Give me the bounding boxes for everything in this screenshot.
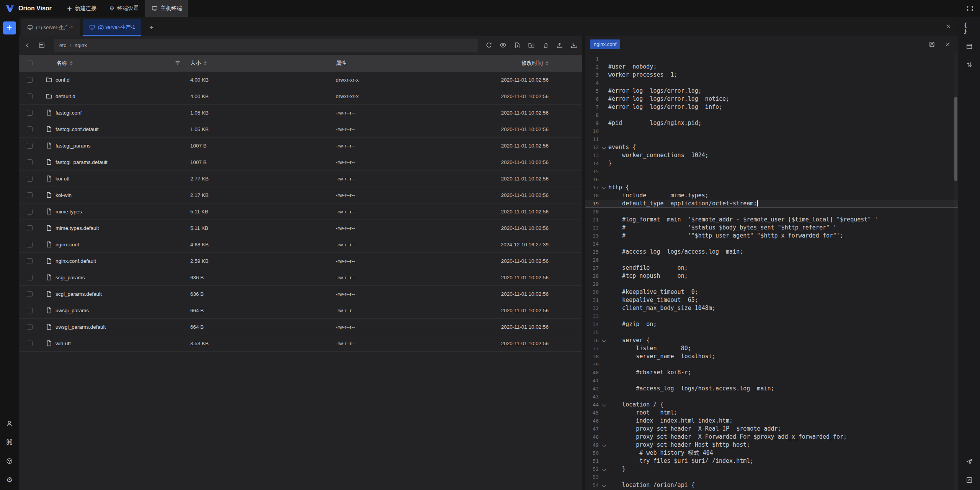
table-row[interactable]: default.d 4.00 KB drwxr-xr-x 2020-11-01 … (19, 88, 582, 105)
code-line[interactable]: 19 default_type application/octet-stream… (585, 200, 958, 208)
fold-chevron-icon[interactable] (601, 481, 608, 489)
export-box-icon[interactable] (964, 475, 975, 485)
file-name[interactable]: uwsgi_params.default (56, 324, 106, 330)
code-line[interactable]: 43 (585, 393, 958, 401)
list-view-icon[interactable] (36, 40, 47, 51)
table-row[interactable]: fastcgi.conf.default 1.05 KB -rw-r--r-- … (19, 121, 582, 138)
row-checkbox[interactable] (27, 126, 33, 132)
code-line[interactable]: 8 (585, 111, 958, 119)
code-line[interactable]: 35 (585, 328, 958, 336)
row-checkbox[interactable] (27, 242, 33, 247)
row-checkbox[interactable] (27, 110, 33, 116)
code-line[interactable]: 31 keepalive_timeout 65; (585, 296, 958, 304)
table-row[interactable]: win-utf 3.53 KB -rw-r--r-- 2020-11-01 10… (19, 335, 582, 352)
row-checkbox[interactable] (27, 341, 33, 346)
code-line[interactable]: 29 (585, 280, 958, 288)
code-line[interactable]: 12events { (585, 143, 958, 151)
back-icon[interactable] (22, 40, 33, 51)
code-line[interactable]: 24 (585, 240, 958, 248)
code-line[interactable]: 39 (585, 361, 958, 369)
table-row[interactable]: koi-utf 2.77 KB -rw-r--r-- 2020-11-01 10… (19, 170, 582, 187)
user-icon[interactable] (4, 418, 15, 429)
file-name[interactable]: scgi_params.default (56, 291, 102, 297)
fold-chevron-icon[interactable] (601, 336, 608, 344)
code-line[interactable]: 44 location / { (585, 401, 958, 409)
file-name[interactable]: win-utf (56, 341, 71, 346)
row-checkbox[interactable] (27, 77, 33, 83)
close-icon[interactable] (943, 21, 954, 32)
code-line[interactable]: 28 #tcp_nopush on; (585, 272, 958, 280)
tab-server-2[interactable]: (2) server-生产-1 (83, 19, 142, 36)
code-line[interactable]: 22 # '$status $body_bytes_sent "$http_re… (585, 224, 958, 232)
code-line[interactable]: 45 root html; (585, 409, 958, 417)
send-command-icon[interactable] (964, 456, 975, 467)
panel-splitter[interactable] (582, 36, 585, 490)
open-file-tag[interactable]: nginx.conf (590, 39, 620, 49)
file-name[interactable]: scgi_params (56, 275, 85, 280)
fold-chevron-icon[interactable] (601, 441, 608, 449)
code-line[interactable]: 3worker_processes 1; (585, 71, 958, 79)
table-row[interactable]: fastcgi_params.default 1007 B -rw-r--r--… (19, 154, 582, 170)
row-checkbox[interactable] (27, 258, 33, 264)
table-row[interactable]: uwsgi_params.default 664 B -rw-r--r-- 20… (19, 319, 582, 335)
code-line[interactable]: 7#error_log logs/error.log info; (585, 103, 958, 111)
delete-trash-icon[interactable] (540, 40, 551, 51)
code-line[interactable]: 53 (585, 473, 958, 481)
table-row[interactable]: uwsgi_params 664 B -rw-r--r-- 2020-11-01… (19, 302, 582, 319)
file-name[interactable]: nginx.conf.default (56, 258, 96, 264)
row-checkbox[interactable] (27, 143, 33, 149)
filter-icon[interactable] (175, 61, 180, 66)
code-line[interactable]: 48 proxy_set_header X-Forwarded-For $pro… (585, 433, 958, 441)
code-line[interactable]: 49 proxy_set_header Host $http_host; (585, 441, 958, 449)
code-line[interactable]: 41 (585, 377, 958, 385)
row-checkbox[interactable] (27, 209, 33, 215)
sftp-window-icon[interactable] (964, 41, 975, 52)
breadcrumb-segment[interactable]: etc (59, 43, 66, 48)
column-header-mtime[interactable]: 修改时间 (496, 60, 582, 67)
code-line[interactable]: 50 # web history 模式 404 (585, 449, 958, 457)
sort-carets-icon[interactable] (70, 61, 73, 66)
table-row[interactable]: fastcgi_params 1007 B -rw-r--r-- 2020-11… (19, 138, 582, 154)
code-line[interactable]: 11 (585, 135, 958, 143)
fullscreen-icon[interactable] (965, 3, 975, 14)
file-name[interactable]: fastcgi_params.default (56, 159, 108, 165)
row-checkbox[interactable] (27, 93, 33, 99)
select-all-checkbox[interactable] (27, 61, 33, 66)
breadcrumb-segment[interactable]: nginx (75, 43, 87, 48)
row-checkbox[interactable] (27, 225, 33, 231)
sort-carets-icon[interactable] (204, 61, 207, 66)
code-line[interactable]: 2#user nobody; (585, 63, 958, 71)
code-line[interactable]: 1 (585, 55, 958, 63)
file-name[interactable]: mime.types (56, 209, 82, 215)
path-breadcrumb[interactable]: etc / nginx (54, 39, 478, 52)
add-tab-icon[interactable]: + (145, 19, 158, 36)
code-line[interactable]: 10 (585, 127, 958, 135)
table-row[interactable]: nginx.conf 4.68 KB -rw-r--r-- 2024-12-10… (19, 236, 582, 253)
table-row[interactable]: scgi_params 636 B -rw-r--r-- 2020-11-01 … (19, 269, 582, 286)
table-row[interactable]: mime.types.default 5.11 KB -rw-r--r-- 20… (19, 220, 582, 236)
row-checkbox[interactable] (27, 275, 33, 280)
code-editor[interactable]: 12#user nobody;3worker_processes 1;45#er… (585, 52, 958, 490)
code-line[interactable]: 34 #gzip on; (585, 320, 958, 328)
upload-icon[interactable] (554, 40, 565, 51)
code-line[interactable]: 4 (585, 79, 958, 87)
table-row[interactable]: nginx.conf.default 2.59 KB -rw-r--r-- 20… (19, 253, 582, 269)
settings-gear-icon[interactable]: ⚙ (4, 474, 15, 485)
code-line[interactable]: 42 #access_log logs/host.access.log main… (585, 385, 958, 393)
code-line[interactable]: 17http { (585, 184, 958, 192)
code-line[interactable]: 25 #access_log logs/access.log main; (585, 248, 958, 256)
row-checkbox[interactable] (27, 176, 33, 182)
column-header-size[interactable]: 大小 (190, 60, 336, 67)
code-line[interactable]: 38 server_name localhost; (585, 352, 958, 361)
code-line[interactable]: 18 include mime.types; (585, 192, 958, 200)
fold-chevron-icon[interactable] (601, 465, 608, 473)
close-icon[interactable] (942, 39, 953, 49)
row-checkbox[interactable] (27, 192, 33, 198)
table-row[interactable]: mime.types 5.11 KB -rw-r--r-- 2020-11-01… (19, 203, 582, 220)
row-checkbox[interactable] (27, 291, 33, 297)
code-line[interactable]: 40 #charset koi8-r; (585, 369, 958, 377)
fold-chevron-icon[interactable] (601, 143, 608, 151)
code-line[interactable]: 26 (585, 256, 958, 264)
code-line[interactable]: 51 try_files $uri $uri/ /index.html; (585, 457, 958, 465)
file-name[interactable]: default.d (56, 93, 75, 99)
